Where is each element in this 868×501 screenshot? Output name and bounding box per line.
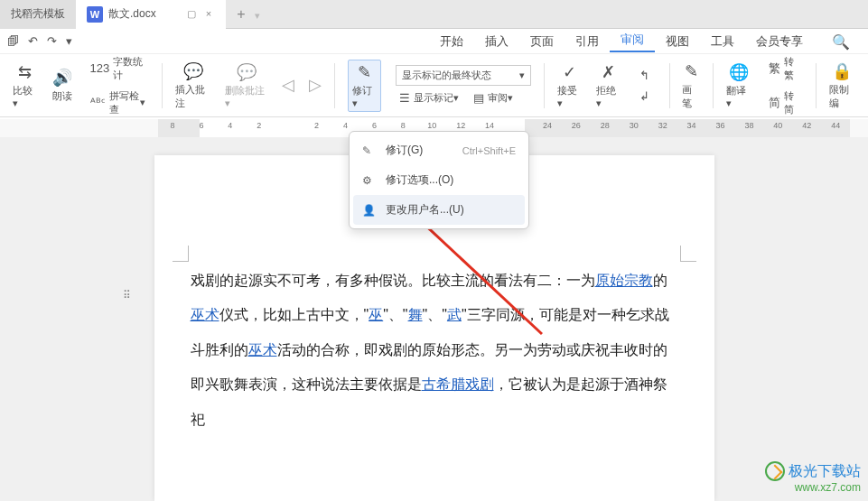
link-witchcraft-2[interactable]: 巫术 [248,342,277,357]
ruler-tick [504,121,533,130]
spellcheck-icon: ᴬᴮᶜ [90,96,106,109]
ruler-tick: 26 [562,121,591,130]
pen-icon: ✎ [685,61,698,81]
dropdown-change-username[interactable]: 👤 更改用户名...(U) [353,195,525,225]
read-aloud-button[interactable]: 🔊 朗读 [52,68,72,103]
prev-icon: ◁ [282,75,294,95]
drag-handle-icon[interactable]: ⠿ [123,289,132,302]
reject-icon: ✗ [602,62,615,82]
user-icon: 👤 [362,204,378,217]
ruler-tick: 12 [446,121,475,130]
menu-bar: 开始 插入 页面 引用 审阅 视图 工具 会员专享 🔍 [429,29,868,54]
menu-start[interactable]: 开始 [429,33,474,50]
chevron-down-icon: ▾ [519,70,525,81]
link-martial[interactable]: 武 [447,307,462,322]
margin-corner-icon [680,246,696,262]
ruler-tick: 4 [216,121,245,130]
undo-icon[interactable]: ↶ [28,34,38,48]
menu-view[interactable]: 视图 [655,33,700,50]
reject-button[interactable]: ✗ 拒绝 ▾ [596,62,621,109]
tab-bar: 找稻壳模板 W 散文.docx ▢ × + ▾ [0,0,868,29]
ruler-tick: 42 [792,121,821,130]
dropdown-track-options[interactable]: ⚙ 修订选项...(O) [353,165,525,195]
accept-icon: ✓ [563,62,576,82]
ruler-tick: 32 [649,121,677,130]
next-change-icon: ↲ [639,89,649,103]
ruler-tick: 40 [763,121,792,130]
convert-traditional-button[interactable]: 繁转繁 [765,53,803,84]
delete-comment-button[interactable]: 💬 删除批注 ▾ [225,62,267,109]
word-count-button[interactable]: 123字数统计 [87,53,150,84]
marks-icon: ☰ [399,91,410,105]
plus-icon: + [237,6,245,22]
comment-add-icon: 💬 [183,61,203,81]
comment-delete-icon: 💬 [237,62,257,82]
new-tab-button[interactable]: + ▾ [226,6,271,23]
track-icon: ✎ [358,62,371,82]
menu-page[interactable]: 页面 [519,33,565,50]
ruler-tick: 8 [158,121,187,130]
next-comment-button[interactable]: ▷ [309,75,322,97]
paragraph[interactable]: 戏剧的起源实不可考，有多种假说。比较主流的看法有二：一为原始宗教的巫术仪式，比如… [191,264,678,437]
track-icon: ✎ [362,144,378,157]
ruler-tick: 28 [591,121,620,130]
menu-insert[interactable]: 插入 [474,33,519,50]
convert-simplified-button[interactable]: 简转简 [765,88,803,118]
wordcount-icon: 123 [90,61,110,75]
tab-close-icon[interactable]: × [206,8,211,19]
ruler-tick: 36 [706,121,735,130]
ruler-tick: 14 [475,121,504,130]
qat-dropdown-icon[interactable]: ▾ [66,34,72,48]
menu-reference[interactable]: 引用 [565,33,610,50]
accept-button[interactable]: ✓ 接受 ▾ [557,62,583,109]
tab-template-store[interactable]: 找稻壳模板 [0,0,76,29]
ruler-tick: 2 [303,121,331,130]
ruler-tick: 44 [821,121,850,130]
save-icon[interactable]: 🗐 [7,34,19,48]
ruler-tick: 24 [533,121,562,130]
next-icon: ▷ [309,75,322,95]
prev-change-button[interactable]: ↰ [636,67,657,84]
ruler-tick [274,121,303,130]
search-icon[interactable]: 🔍 [832,33,850,51]
next-change-button[interactable]: ↲ [636,88,657,105]
restrict-edit-button[interactable]: 🔒 限制编 [829,61,855,110]
lock-icon: 🔒 [832,61,852,81]
translate-button[interactable]: 🌐 翻译 ▾ [726,62,751,109]
link-dance[interactable]: 舞 [408,307,423,322]
redo-icon[interactable]: ↷ [47,34,57,48]
pen-button[interactable]: ✎ 画笔 [682,61,699,110]
ruler-tick: 4 [331,121,360,130]
compare-button[interactable]: ⇆ 比较 ▾ [13,62,38,109]
track-changes-button[interactable]: ✎ 修订 ▾ [348,60,380,112]
pane-icon: ▤ [473,91,484,105]
review-pane-button[interactable]: ▤审阅 ▾ [470,89,517,107]
tab-label: 散文.docx [108,6,156,22]
menu-member[interactable]: 会员专享 [745,33,814,50]
track-changes-dropdown: ✎ 修订(G) Ctrl+Shift+E ⚙ 修订选项...(O) 👤 更改用户… [349,131,529,229]
read-icon: 🔊 [52,68,72,88]
spellcheck-button[interactable]: ᴬᴮᶜ拼写检查 ▾ [87,88,150,118]
show-marks-button[interactable]: ☰显示标记 ▾ [396,89,462,107]
site-logo-icon [765,461,785,481]
ruler-tick: 2 [245,121,274,130]
menu-tools[interactable]: 工具 [700,33,745,50]
insert-comment-button[interactable]: 💬 插入批注 [175,61,210,110]
prev-comment-button[interactable]: ◁ [282,75,294,97]
prev-change-icon: ↰ [639,69,649,82]
tab-document[interactable]: W 散文.docx ▢ × [76,0,226,29]
word-icon: W [87,6,103,23]
margin-corner-icon [173,246,189,262]
tab-restore-icon[interactable]: ▢ [187,8,196,19]
menu-review[interactable]: 审阅 [610,32,655,52]
dropdown-track[interactable]: ✎ 修订(G) Ctrl+Shift+E [353,135,525,165]
link-greek-drama[interactable]: 古希腊戏剧 [422,376,494,392]
ruler-tick: 10 [417,121,446,130]
link-wu[interactable]: 巫 [369,307,383,322]
display-state-select[interactable]: 显示标记的最终状态▾ [396,65,531,86]
link-primitive-religion[interactable]: 原始宗教 [595,273,653,288]
watermark: 极光下载站 www.xz7.com [765,461,861,494]
link-witchcraft[interactable]: 巫术 [191,307,219,322]
ruler-tick: 38 [734,121,763,130]
translate-icon: 🌐 [729,62,749,82]
